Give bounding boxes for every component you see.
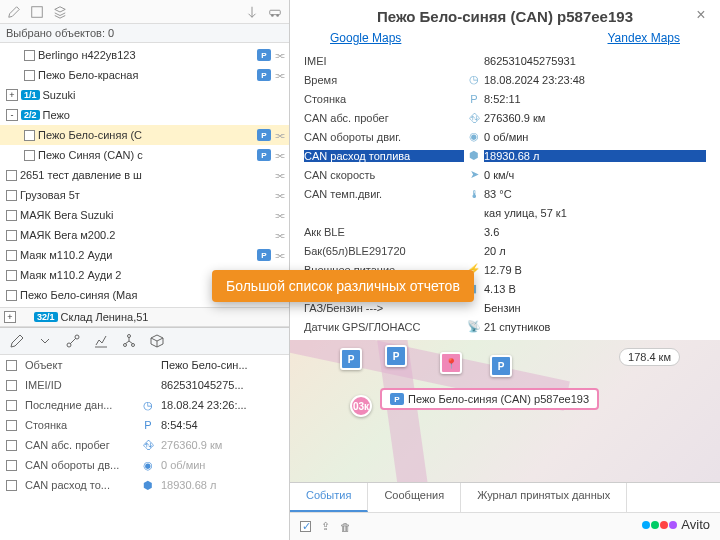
expand-icon[interactable]: - (6, 109, 18, 121)
map-pin-4[interactable]: P (490, 355, 512, 377)
dt-chart-icon[interactable] (90, 330, 112, 352)
tree-item[interactable]: МАЯК Вега м200.2⫘ (0, 225, 289, 245)
share-icon[interactable]: ⇪ (321, 520, 330, 533)
checkbox[interactable] (24, 130, 35, 141)
checkbox[interactable] (6, 420, 17, 431)
tab-log[interactable]: Журнал принятых данных (461, 483, 627, 512)
expand-icon[interactable]: + (4, 311, 16, 323)
link-icon: ⫘ (274, 249, 285, 261)
info-label: CAN абс. пробег (304, 112, 464, 124)
tree-label: Грузовая 5т (20, 189, 271, 201)
bottom-tabs: События Сообщения Журнал принятых данных (290, 482, 720, 512)
info-label: Бак(65л)BLE291720 (304, 245, 464, 257)
info-row: CAN скорость➤0 км/ч (304, 165, 706, 184)
detail-row: ОбъектПежо Бело-син... (0, 355, 289, 375)
map-pin-3[interactable]: 📍 (440, 352, 462, 374)
tool-layers[interactable] (50, 2, 70, 22)
map-view[interactable]: P P 📍 P 03к 178.4 км P Пежо Бело-синяя (… (290, 340, 720, 540)
tree-label: Пежо Бело-синяя (C (38, 129, 254, 141)
object-tree[interactable]: Berlingo н422ув123P⫘Пежо Бело-краснаяP⫘+… (0, 43, 289, 307)
google-maps-link[interactable]: Google Maps (330, 31, 401, 45)
tree-item[interactable]: -2/2Пежо (0, 105, 289, 125)
checkbox[interactable] (6, 250, 17, 261)
info-value: 0 км/ч (484, 169, 706, 181)
detail-row: CAN расход то...⬢18930.68 л (0, 475, 289, 495)
tree-item[interactable]: Berlingo н422ув123P⫘ (0, 45, 289, 65)
checkbox[interactable] (6, 360, 17, 371)
detail-label: CAN обороты дв... (25, 459, 135, 471)
tree-item[interactable]: МАЯК Вега Suzuki⫘ (0, 205, 289, 225)
tree-item[interactable]: Грузовая 5т⫘ (0, 185, 289, 205)
delete-icon[interactable]: 🗑 (340, 521, 351, 533)
info-row: IMEI862531045275931 (304, 51, 706, 70)
tree-item[interactable]: +1/1Suzuki (0, 85, 289, 105)
info-row: CAN темп.двиг.🌡83 °С (304, 184, 706, 203)
close-button[interactable]: × (692, 6, 710, 24)
checkbox[interactable] (6, 290, 17, 301)
info-value: 12.79 В (484, 264, 706, 276)
link-icon: ⫘ (274, 129, 285, 141)
dt-tree-icon[interactable] (118, 330, 140, 352)
yandex-maps-link[interactable]: Yandex Maps (608, 31, 681, 45)
tab-events[interactable]: События (290, 483, 368, 512)
tree-item[interactable]: Маяк м110.2 АудиP⫘ (0, 245, 289, 265)
info-row: CAN обороты двиг.◉0 об/мин (304, 127, 706, 146)
checkbox[interactable] (6, 210, 17, 221)
tree-item[interactable]: Пежо Бело-краснаяP⫘ (0, 65, 289, 85)
checkbox[interactable] (6, 480, 17, 491)
checkbox[interactable] (6, 230, 17, 241)
info-label: CAN обороты двиг. (304, 131, 464, 143)
checkbox[interactable] (6, 440, 17, 451)
parking-icon: P (257, 69, 271, 81)
checkbox[interactable] (6, 380, 17, 391)
info-icon: 🌡 (464, 188, 484, 200)
checkbox[interactable] (6, 270, 17, 281)
dt-route-icon[interactable] (62, 330, 84, 352)
warehouse-label: Склад Ленина,51 (61, 311, 285, 323)
detail-icon: ◉ (141, 459, 155, 472)
info-row: CAN абс. пробег⛗276360.9 км (304, 108, 706, 127)
info-row: Акк BLE3.6 (304, 222, 706, 241)
checkbox[interactable] (24, 50, 35, 61)
detail-toolbar (0, 327, 289, 355)
tree-item[interactable]: 2651 тест давление в ш⫘ (0, 165, 289, 185)
tree-label: Маяк м110.2 Ауди (20, 249, 254, 261)
info-value: 276360.9 км (484, 112, 706, 124)
info-value: 83 °С (484, 188, 706, 200)
detail-row: Последние дан...◷18.08.24 23:26:... (0, 395, 289, 415)
checkbox[interactable] (6, 170, 17, 181)
tool-arrow[interactable] (242, 2, 262, 22)
tree-label: МАЯК Вега Suzuki (20, 209, 271, 221)
checkbox[interactable] (24, 70, 35, 81)
link-icon: ⫘ (274, 149, 285, 161)
map-marker[interactable]: 03к (350, 395, 372, 417)
parking-icon: P (257, 149, 271, 161)
map-pin-2[interactable]: P (385, 345, 407, 367)
checkbox[interactable] (24, 150, 35, 161)
dt-dropdown-icon[interactable] (34, 330, 56, 352)
warehouse-badge: 32/1 (34, 312, 58, 322)
info-icon: ➤ (464, 168, 484, 181)
info-icon: ◉ (464, 130, 484, 143)
tree-item[interactable]: Пежо Бело-синяя (CP⫘ (0, 125, 289, 145)
expand-icon[interactable]: + (6, 89, 18, 101)
tab-messages[interactable]: Сообщения (368, 483, 461, 512)
tool-car[interactable] (265, 2, 285, 22)
detail-label: CAN расход то... (25, 479, 135, 491)
tool-pencil[interactable] (4, 2, 24, 22)
info-icon: P (464, 93, 484, 105)
detail-icon: ⬢ (141, 479, 155, 492)
dt-pencil-icon[interactable] (6, 330, 28, 352)
checkbox[interactable] (6, 190, 17, 201)
select-all-checkbox[interactable]: ✓ (300, 521, 311, 532)
dt-cube-icon[interactable] (146, 330, 168, 352)
checkbox[interactable] (6, 400, 17, 411)
parking-icon: P (257, 129, 271, 141)
warehouse-row[interactable]: + 32/1 Склад Ленина,51 (0, 307, 289, 327)
checkbox[interactable] (6, 460, 17, 471)
p-icon: P (390, 393, 404, 405)
tree-item[interactable]: Пежо Синяя (CAN) сP⫘ (0, 145, 289, 165)
map-popup[interactable]: P Пежо Бело-синяя (CAN) р587ее193 (380, 388, 599, 410)
map-pin-1[interactable]: P (340, 348, 362, 370)
tool-square[interactable] (27, 2, 47, 22)
